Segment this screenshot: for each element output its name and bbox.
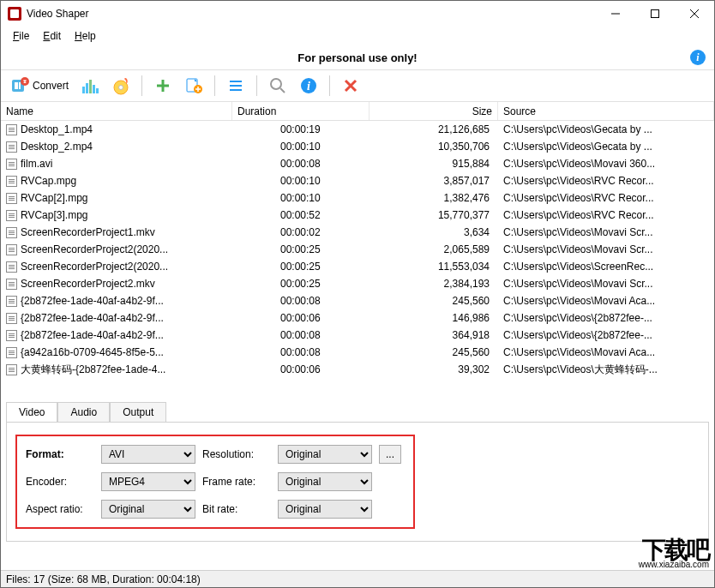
delete-button[interactable] xyxy=(337,72,364,99)
list-header: Name Duration Size Source xyxy=(1,102,714,121)
file-name: RVCap.mpg xyxy=(21,175,76,187)
convert-button[interactable]: Convert xyxy=(6,72,73,99)
col-source[interactable]: Source xyxy=(498,102,714,120)
table-row[interactable]: RVCap[2].mpg00:00:101,382,476C:\Users\pc… xyxy=(1,189,714,207)
minimize-button[interactable] xyxy=(596,1,635,27)
table-row[interactable]: film.avi00:00:08915,884C:\Users\pc\Video… xyxy=(1,155,714,172)
file-name: Desktop_2.mp4 xyxy=(21,141,93,153)
tab-output[interactable]: Output xyxy=(110,402,166,422)
plus-icon xyxy=(154,77,171,94)
maximize-button[interactable] xyxy=(635,1,675,27)
resolution-select[interactable]: Original xyxy=(278,445,372,464)
file-source: C:\Users\pc\Videos\Movavi Aca... xyxy=(498,295,714,307)
file-name: ScreenRecorderProject2(2020... xyxy=(21,261,168,273)
file-icon xyxy=(6,261,17,273)
table-row[interactable]: ScreenRecorderProject2.mkv00:00:252,384,… xyxy=(1,275,714,292)
tab-video[interactable]: Video xyxy=(6,402,57,422)
file-icon xyxy=(6,313,17,324)
file-size: 1,382,476 xyxy=(370,192,498,204)
table-row[interactable]: {2b872fee-1ade-40af-a4b2-9f...00:00:0614… xyxy=(1,309,714,327)
file-source: C:\Users\pc\Videos\Movavi Aca... xyxy=(498,346,714,358)
file-size: 21,126,685 xyxy=(370,123,498,135)
titlebar: Video Shaper xyxy=(1,1,714,27)
file-name: RVCap[2].mpg xyxy=(21,192,88,204)
tab-audio[interactable]: Audio xyxy=(57,402,110,422)
file-duration: 00:00:06 xyxy=(232,363,370,375)
col-duration[interactable]: Duration xyxy=(232,102,370,120)
file-duration: 00:00:52 xyxy=(232,209,370,221)
file-source: C:\Users\pc\Videos\Gecata by ... xyxy=(498,123,714,135)
file-size: 245,560 xyxy=(370,346,498,358)
svg-rect-12 xyxy=(96,88,99,93)
file-source: C:\Users\pc\Videos\Movavi Scr... xyxy=(498,278,714,290)
menu-edit[interactable]: Edit xyxy=(36,28,68,44)
file-source: C:\Users\pc\Videos\{2b872fee-... xyxy=(498,329,714,341)
table-row[interactable]: Desktop_1.mp400:00:1921,126,685C:\Users\… xyxy=(1,121,714,138)
file-name: {2b872fee-1ade-40af-a4b2-9f... xyxy=(21,329,164,341)
format-select[interactable]: AVI xyxy=(101,445,195,464)
folder-plus-icon xyxy=(184,76,203,95)
table-row[interactable]: Desktop_2.mp400:00:1010,350,706C:\Users\… xyxy=(1,138,714,155)
file-icon xyxy=(6,364,17,375)
format-label: Format: xyxy=(26,448,94,460)
file-source: C:\Users\pc\Videos\RVC Recor... xyxy=(498,175,714,187)
resolution-browse-button[interactable]: ... xyxy=(379,445,401,464)
col-name[interactable]: Name xyxy=(1,102,232,120)
file-size: 2,065,589 xyxy=(370,243,498,255)
file-icon xyxy=(6,124,17,135)
settings-panel: Video Audio Output Format: AVI Resolutio… xyxy=(1,395,714,542)
info-button[interactable]: i xyxy=(295,72,322,99)
table-row[interactable]: {2b872fee-1ade-40af-a4b2-9f...00:00:0824… xyxy=(1,292,714,309)
bitrate-label: Bit rate: xyxy=(202,503,271,515)
table-row[interactable]: RVCap[3].mpg00:00:5215,770,377C:\Users\p… xyxy=(1,207,714,224)
file-icon xyxy=(6,347,17,358)
add-button[interactable] xyxy=(149,72,177,99)
list-button[interactable] xyxy=(222,72,249,99)
menubar: File Edit Help xyxy=(1,27,714,45)
app-title: Video Shaper xyxy=(27,8,89,20)
col-size[interactable]: Size xyxy=(370,102,498,120)
burn-button[interactable] xyxy=(107,72,135,99)
aspect-label: Aspect ratio: xyxy=(26,503,94,515)
encoder-select[interactable]: MPEG4 xyxy=(101,472,195,491)
file-size: 3,634 xyxy=(370,226,498,238)
close-button[interactable] xyxy=(675,1,714,27)
info-icon[interactable]: i xyxy=(690,50,706,65)
svg-rect-6 xyxy=(19,82,21,89)
file-icon xyxy=(6,193,17,204)
table-row[interactable]: ScreenRecorderProject2(2020...00:00:2511… xyxy=(1,258,714,275)
table-row[interactable]: ScreenRecorderProject1.mkv00:00:023,634C… xyxy=(1,224,714,241)
file-name: {2b872fee-1ade-40af-a4b2-9f... xyxy=(21,295,164,307)
equalizer-icon xyxy=(81,76,99,95)
bitrate-select[interactable]: Original xyxy=(278,500,372,519)
file-name: ScreenRecorderProject2(2020... xyxy=(21,243,168,255)
menu-help[interactable]: Help xyxy=(68,28,103,44)
file-duration: 00:00:08 xyxy=(232,329,370,341)
toolbar-separator xyxy=(214,75,215,96)
status-text: Files: 17 (Size: 68 MB, Duration: 00:04:… xyxy=(6,573,201,585)
file-size: 915,884 xyxy=(370,158,498,170)
framerate-select[interactable]: Original xyxy=(278,472,372,491)
file-size: 3,857,017 xyxy=(370,175,498,187)
watermark-sub: www.xiazaiba.com xyxy=(639,561,709,568)
table-row[interactable]: {2b872fee-1ade-40af-a4b2-9f...00:00:0836… xyxy=(1,327,714,344)
file-size: 245,560 xyxy=(370,295,498,307)
search-button[interactable] xyxy=(264,72,291,99)
toolbar-separator xyxy=(141,75,142,96)
equalizer-button[interactable] xyxy=(76,72,104,99)
table-row[interactable]: ScreenRecorderProject2(2020...00:00:252,… xyxy=(1,241,714,258)
file-size: 10,350,706 xyxy=(370,141,498,153)
aspect-select[interactable]: Original xyxy=(101,500,195,519)
svg-rect-8 xyxy=(82,87,85,93)
table-row[interactable]: RVCap.mpg00:00:103,857,017C:\Users\pc\Vi… xyxy=(1,172,714,189)
file-size: 2,384,193 xyxy=(370,278,498,290)
file-name: film.avi xyxy=(21,158,52,170)
table-row[interactable]: 大黄蜂转码-{2b872fee-1ade-4...00:00:0639,302C… xyxy=(1,361,714,378)
add-folder-button[interactable] xyxy=(180,72,207,99)
convert-icon xyxy=(10,76,29,95)
file-duration: 00:00:08 xyxy=(232,295,370,307)
table-row[interactable]: {a942a16b-0709-4645-8f5e-5...00:00:08245… xyxy=(1,344,714,361)
file-icon xyxy=(6,244,17,255)
file-source: C:\Users\pc\Videos\RVC Recor... xyxy=(498,192,714,204)
menu-file[interactable]: File xyxy=(6,28,36,44)
